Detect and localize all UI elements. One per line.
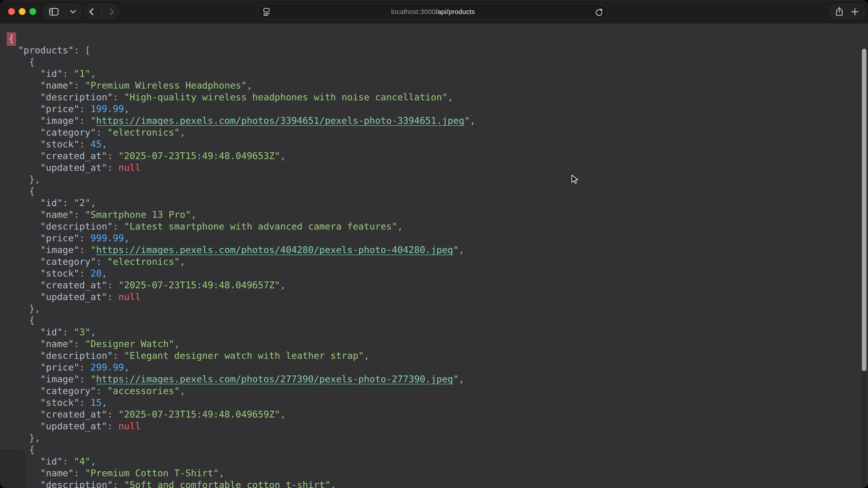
reload-button[interactable] — [594, 7, 603, 18]
scrollbar-thumb[interactable] — [862, 48, 866, 371]
toolbar: localhost:3000/api/products — [0, 0, 868, 23]
json-line: "stock": 15, — [7, 397, 868, 409]
json-token-key: "stock" — [40, 268, 79, 279]
indent — [7, 139, 40, 150]
zoom-button[interactable] — [29, 8, 36, 15]
json-line: }, — [7, 173, 868, 185]
indent — [7, 315, 29, 326]
url-path: /api/products — [435, 8, 475, 15]
json-token-key: "description" — [40, 350, 113, 361]
indent — [7, 92, 40, 103]
indent — [7, 45, 18, 56]
new-tab-button[interactable] — [851, 8, 859, 15]
product-image-link[interactable]: https://images.pexels.com/photos/277390/… — [96, 374, 453, 385]
json-line: "image": "https://images.pexels.com/phot… — [7, 115, 868, 127]
json-token-num: 20 — [90, 268, 101, 279]
url-host: localhost:3000 — [391, 8, 435, 15]
json-token-p: { — [29, 444, 35, 455]
url-field[interactable]: localhost:3000/api/products — [258, 4, 608, 20]
json-token-p: , — [124, 233, 129, 243]
json-token-p: : — [79, 362, 90, 373]
indent — [7, 280, 40, 291]
back-button[interactable] — [89, 8, 94, 15]
json-token-p: , — [280, 280, 286, 291]
json-token-p: , — [219, 468, 224, 479]
json-token-key: "id" — [40, 327, 63, 337]
indent — [7, 338, 40, 349]
nav-divider — [101, 7, 102, 17]
json-line: "description": "Elegant designer watch w… — [7, 350, 868, 361]
json-line: "price": 199.99, — [7, 103, 868, 115]
minimize-button[interactable] — [19, 8, 26, 15]
json-token-p: , — [102, 268, 107, 279]
json-line: "id": "4", — [7, 455, 868, 467]
json-token-str: "High-quality wireless headphones with n… — [124, 92, 447, 103]
browser-window: localhost:3000/api/products — [0, 0, 868, 488]
json-token-key: "name" — [40, 338, 74, 349]
json-token-p: : — [63, 456, 74, 467]
json-body: { "products": [ { "id": "1", "name": "Pr… — [0, 23, 868, 488]
json-line: { — [7, 185, 868, 197]
json-token-key: "id" — [40, 68, 63, 79]
json-line: "updated_at": null — [7, 420, 868, 432]
product-image-link[interactable]: https://images.pexels.com/photos/3394651… — [96, 115, 464, 126]
indent — [7, 374, 40, 385]
json-token-p: , — [331, 480, 336, 488]
sidebar-menu-chevron[interactable] — [70, 10, 76, 13]
json-token-key: "description" — [40, 92, 113, 103]
json-token-p: : — [107, 409, 118, 420]
json-token-p: , — [90, 197, 96, 208]
json-token-str: "4" — [74, 456, 90, 467]
json-token-p: : [ — [74, 45, 90, 56]
json-token-str: "1" — [74, 68, 90, 79]
forward-button[interactable] — [109, 8, 115, 15]
json-token-key: "products" — [18, 45, 74, 56]
json-token-p: , — [364, 350, 370, 361]
json-line: "description": "High-quality wireless he… — [7, 91, 868, 103]
indent — [7, 115, 40, 126]
json-token-p: , — [90, 68, 96, 79]
json-token-key: "name" — [40, 468, 74, 479]
indent — [7, 268, 40, 279]
close-button[interactable] — [8, 8, 15, 15]
mouse-cursor — [570, 174, 580, 186]
json-token-p: , — [447, 92, 453, 103]
json-token-str: "electronics" — [107, 256, 180, 267]
chevron-down-icon — [70, 10, 76, 13]
product-image-link[interactable]: https://images.pexels.com/photos/404280/… — [96, 245, 453, 255]
json-token-str: "Latest smartphone with advanced camera … — [124, 221, 397, 232]
json-token-str: " — [464, 115, 470, 126]
sidebar-toggle-button[interactable] — [49, 8, 59, 15]
indent — [7, 256, 40, 267]
json-token-str: "Designer Watch" — [85, 338, 174, 349]
json-token-p: , — [102, 139, 107, 150]
json-token-p: , — [90, 327, 96, 337]
share-button[interactable] — [835, 7, 843, 17]
json-token-p: : — [96, 256, 107, 267]
json-token-p: { — [29, 315, 35, 326]
json-token-str: " — [90, 115, 96, 126]
indent — [7, 327, 40, 337]
json-token-p: : — [107, 151, 118, 161]
indent — [7, 162, 40, 173]
json-token-key: "created_at" — [40, 151, 107, 161]
json-token-num: 45 — [90, 139, 101, 150]
json-line: "stock": 45, — [7, 138, 868, 150]
json-token-str: " — [90, 374, 96, 385]
json-token-str: "Soft and comfortable cotton t-shirt" — [124, 480, 330, 488]
json-token-null: null — [119, 162, 141, 173]
json-token-p: : — [79, 397, 90, 408]
indent — [7, 245, 40, 255]
json-token-hl: { — [7, 32, 16, 46]
json-token-p: , — [280, 151, 286, 161]
json-line: "price": 999.99, — [7, 232, 868, 244]
json-line: "price": 299.99, — [7, 361, 868, 373]
json-token-p: , — [247, 80, 252, 91]
json-line: "image": "https://images.pexels.com/phot… — [7, 373, 868, 385]
json-token-key: "name" — [40, 80, 74, 91]
indent — [7, 221, 40, 232]
json-token-p: : — [96, 127, 107, 138]
json-token-p: : — [113, 92, 124, 103]
json-token-str: "Premium Cotton T-Shirt" — [85, 468, 219, 479]
json-token-p: , — [459, 374, 464, 385]
